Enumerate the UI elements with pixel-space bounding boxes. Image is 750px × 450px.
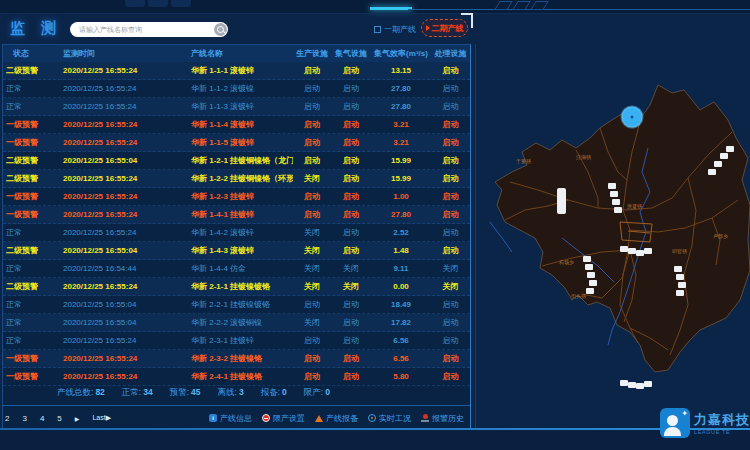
page-number[interactable]: 4 bbox=[40, 414, 44, 423]
table-row[interactable]: 二级预警 2020/12/25 16:55:24 华新 1-2-2 挂镀铜镍铬（… bbox=[3, 170, 470, 188]
monitor-time: 2020/12/25 16:55:24 bbox=[59, 372, 177, 381]
treatment-facility-state: 启动 bbox=[431, 227, 470, 238]
gas-facility-state: 启动 bbox=[331, 335, 371, 346]
treatment-facility-state: 关闭 bbox=[431, 281, 470, 292]
status-badge: 正常 bbox=[3, 83, 59, 94]
stat-total: 产线总数:82 bbox=[57, 387, 105, 399]
table-row[interactable]: 正常 2020/12/25 16:55:24 华新 1-1-2 滚镀镍 启动 启… bbox=[3, 80, 470, 98]
treatment-facility-state: 启动 bbox=[431, 371, 470, 382]
table-row[interactable]: 一级预警 2020/12/25 16:55:24 华新 1-1-4 滚镀锌 启动… bbox=[3, 116, 470, 134]
gas-facility-state: 关闭 bbox=[331, 263, 371, 274]
status-badge: 正常 bbox=[3, 227, 59, 238]
production-facility-state: 关闭 bbox=[293, 227, 331, 238]
page-number[interactable]: 2 bbox=[5, 414, 9, 423]
treatment-facility-state: 启动 bbox=[431, 137, 470, 148]
legend-alarm-history[interactable]: 报警历史 bbox=[421, 413, 464, 424]
monitoring-table-panel: 状态 监测时间 产线名称 生产设施 集气设施 集气效率(m³/s) 处理设施 二… bbox=[2, 44, 471, 429]
gas-facility-state: 启动 bbox=[331, 371, 371, 382]
treatment-facility-state: 启动 bbox=[431, 83, 470, 94]
legend-line-info[interactable]: i产线信息 bbox=[209, 413, 252, 424]
status-badge: 二级预警 bbox=[3, 65, 59, 76]
table-row[interactable]: 二级预警 2020/12/25 16:55:04 华新 1-4-3 滚镀锌 关闭… bbox=[3, 242, 470, 260]
table-row[interactable]: 一级预警 2020/12/25 16:55:24 华新 1-4-1 挂镀锌 启动… bbox=[3, 206, 470, 224]
production-facility-state: 启动 bbox=[293, 65, 331, 76]
gas-efficiency-value: 27.80 bbox=[371, 84, 431, 93]
header-underline bbox=[0, 13, 750, 14]
status-badge: 一级预警 bbox=[3, 371, 59, 382]
gas-facility-state: 启动 bbox=[331, 119, 371, 130]
search-input[interactable] bbox=[79, 22, 211, 37]
line-name: 华新 1-1-1 滚镀锌 bbox=[177, 65, 293, 76]
page-title: 监 测 bbox=[10, 19, 62, 38]
col-gas-facility: 集气设施 bbox=[331, 48, 371, 59]
table-row[interactable]: 正常 2020/12/25 16:55:04 华新 2-2-2 滚镀铜镍 关闭 … bbox=[3, 314, 470, 332]
line-name: 华新 2-4-1 挂镀镍铬 bbox=[177, 371, 293, 382]
town-label: 洪凝镇 bbox=[627, 203, 642, 210]
gas-efficiency-value: 6.56 bbox=[371, 354, 431, 363]
search-icon[interactable] bbox=[214, 23, 227, 36]
table-row[interactable]: 二级预警 2020/12/25 16:55:24 华新 1-1-1 滚镀锌 启动… bbox=[3, 62, 470, 80]
map-marker[interactable] bbox=[622, 107, 643, 128]
status-badge: 一级预警 bbox=[3, 137, 59, 148]
next-page-icon[interactable]: ▶ bbox=[75, 415, 80, 422]
panel-divider-faint bbox=[475, 44, 476, 429]
gas-efficiency-value: 9.11 bbox=[371, 264, 431, 273]
table-row[interactable]: 正常 2020/12/25 16:55:24 华新 1-4-2 滚镀锌 关闭 启… bbox=[3, 224, 470, 242]
search-box[interactable] bbox=[70, 22, 228, 37]
gas-efficiency-value: 1.00 bbox=[371, 192, 431, 201]
deco-blue-line bbox=[408, 9, 750, 10]
gas-efficiency-value: 13.15 bbox=[371, 66, 431, 75]
checkbox-icon[interactable] bbox=[374, 26, 381, 33]
treatment-facility-state: 启动 bbox=[431, 155, 470, 166]
last-page-button[interactable]: Last▶ bbox=[92, 414, 111, 422]
monitor-time: 2020/12/25 16:55:24 bbox=[59, 66, 177, 75]
monitor-time: 2020/12/25 16:55:24 bbox=[59, 120, 177, 129]
treatment-facility-state: 启动 bbox=[431, 299, 470, 310]
table-row[interactable]: 一级预警 2020/12/25 16:55:24 华新 2-4-1 挂镀镍铬 启… bbox=[3, 368, 470, 386]
legend-limit-settings[interactable]: 限产设置 bbox=[262, 413, 305, 424]
line-name: 华新 2-1-1 挂镀镍镀铬 bbox=[177, 281, 293, 292]
production-facility-state: 启动 bbox=[293, 101, 331, 112]
table-row[interactable]: 一级预警 2020/12/25 16:55:24 华新 1-1-5 滚镀锌 启动… bbox=[3, 134, 470, 152]
stats-bar: 产线总数:82 正常:34 预警:45 离线:3 报备:0 限产:0 bbox=[57, 387, 330, 399]
table-row[interactable]: 正常 2020/12/25 16:55:04 华新 2-2-1 挂镀镍镀铬 启动… bbox=[3, 296, 470, 314]
gas-efficiency-value: 18.49 bbox=[371, 300, 431, 309]
legend: i产线信息 限产设置 产线报备 实时工况 报警历史 bbox=[209, 406, 464, 430]
table-row[interactable]: 正常 2020/12/25 16:55:24 华新 2-3-1 挂镀锌 启动 启… bbox=[3, 332, 470, 350]
monitor-time: 2020/12/25 16:55:24 bbox=[59, 282, 177, 291]
table-header: 状态 监测时间 产线名称 生产设施 集气设施 集气效率(m³/s) 处理设施 bbox=[3, 45, 470, 62]
line-name: 华新 1-4-1 挂镀锌 bbox=[177, 209, 293, 220]
legend-realtime-status[interactable]: 实时工况 bbox=[368, 413, 411, 424]
col-status: 状态 bbox=[3, 48, 59, 59]
status-badge: 二级预警 bbox=[3, 155, 59, 166]
table-row[interactable]: 一级预警 2020/12/25 16:55:24 华新 1-2-3 挂镀锌 启动… bbox=[3, 188, 470, 206]
page-number[interactable]: 3 bbox=[22, 414, 26, 423]
deco-slash bbox=[494, 1, 513, 10]
gas-facility-state: 启动 bbox=[331, 353, 371, 364]
monitor-time: 2020/12/25 16:55:24 bbox=[59, 102, 177, 111]
treatment-facility-state: 启动 bbox=[431, 191, 470, 202]
treatment-facility-state: 启动 bbox=[431, 173, 470, 184]
line-name: 华新 1-1-2 滚镀镍 bbox=[177, 83, 293, 94]
deco-slashes bbox=[497, 1, 546, 10]
monitor-time: 2020/12/25 16:55:24 bbox=[59, 138, 177, 147]
phase1-checkbox[interactable]: 一期产线 bbox=[374, 24, 416, 35]
legend-line-report[interactable]: 产线报备 bbox=[315, 413, 358, 424]
table-row[interactable]: 一级预警 2020/12/25 16:55:24 华新 2-3-2 挂镀镍铬 启… bbox=[3, 350, 470, 368]
line-name: 华新 2-2-2 滚镀铜镍 bbox=[177, 317, 293, 328]
table-row[interactable]: 二级预警 2020/12/25 16:55:04 华新 1-2-1 挂镀铜镍铬（… bbox=[3, 152, 470, 170]
col-gas-efficiency: 集气效率(m³/s) bbox=[371, 48, 431, 59]
status-badge: 一级预警 bbox=[3, 353, 59, 364]
corner-bracket-deco bbox=[461, 13, 473, 28]
line-name: 华新 1-2-3 挂镀锌 bbox=[177, 191, 293, 202]
table-row[interactable]: 正常 2020/12/25 16:55:24 华新 1-1-3 滚镀锌 启动 启… bbox=[3, 98, 470, 116]
page-number[interactable]: 5 bbox=[57, 414, 61, 423]
no-entry-icon bbox=[262, 414, 270, 422]
district-map[interactable]: 汪湖镇 于里镇 洪凝镇 户部乡 叩官镇 石场乡 街头镇 bbox=[480, 60, 750, 400]
status-badge: 二级预警 bbox=[3, 173, 59, 184]
deco-cyan-line bbox=[370, 7, 412, 10]
table-row[interactable]: 二级预警 2020/12/25 16:55:24 华新 2-1-1 挂镀镍镀铬 … bbox=[3, 278, 470, 296]
table-row[interactable]: 正常 2020/12/25 16:54:44 华新 1-4-4 仿金 关闭 关闭… bbox=[3, 260, 470, 278]
treatment-facility-state: 启动 bbox=[431, 101, 470, 112]
gas-efficiency-value: 6.56 bbox=[371, 336, 431, 345]
